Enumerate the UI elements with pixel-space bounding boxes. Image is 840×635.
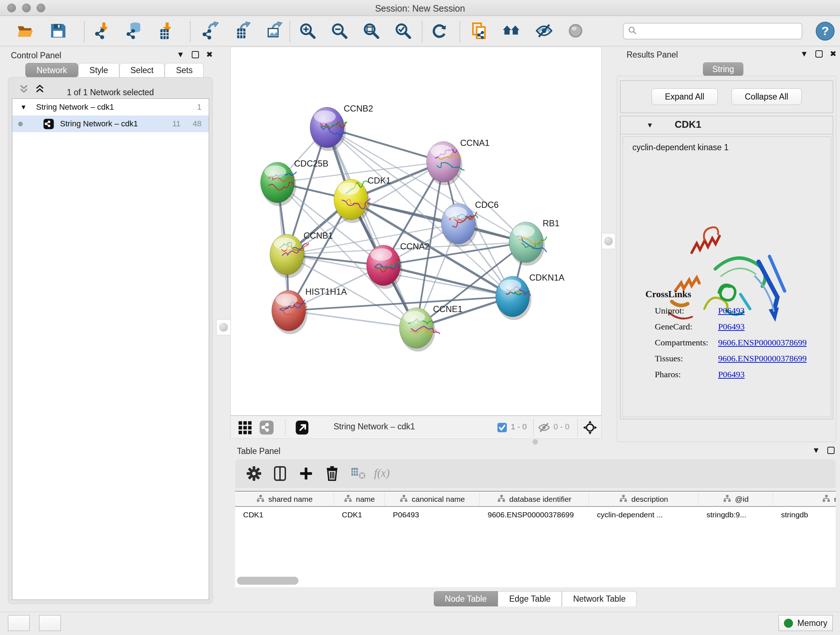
results-panel-float-icon[interactable]: ▼ xyxy=(800,50,808,58)
network-node-CCNA1[interactable]: CCNA1 xyxy=(426,138,489,185)
toolbar-separator xyxy=(422,21,423,42)
hide-panel-button[interactable] xyxy=(534,21,554,42)
warnings-button[interactable] xyxy=(39,615,61,631)
results-panel-body: Expand All Collapse All ▼ CDK1 cyclin-de… xyxy=(617,76,836,442)
clone-network-button[interactable] xyxy=(470,21,490,42)
table-settings-gear-icon[interactable] xyxy=(246,466,262,481)
export-network-button[interactable] xyxy=(200,21,220,42)
control-panel-tabs: NetworkStyleSelectSets xyxy=(25,63,204,78)
column-type-icon xyxy=(822,494,831,505)
tab-edge-table[interactable]: Edge Table xyxy=(498,591,562,606)
status-bar: Memory xyxy=(0,612,840,635)
export-table-button[interactable] xyxy=(232,21,252,42)
table-cell[interactable]: CDK1 xyxy=(235,508,334,519)
zoom-out-button[interactable] xyxy=(329,21,349,42)
crosslink-link[interactable]: P06493 xyxy=(718,306,745,316)
search-input[interactable] xyxy=(638,24,802,38)
import-network-database-button[interactable] xyxy=(125,21,145,42)
network-node-CCNB1[interactable]: CCNB1 xyxy=(270,231,333,278)
tab-sets[interactable]: Sets xyxy=(164,63,204,78)
help-button[interactable]: ? xyxy=(815,21,835,41)
network-node-CDC6[interactable]: CDC6 xyxy=(441,200,499,247)
detach-view-icon[interactable] xyxy=(294,420,309,435)
tab-style[interactable]: Style xyxy=(78,63,119,78)
network-canvas[interactable]: CCNB2CCNA1CDC25BCDK1CDC6RB1CCNB1CCNA2CDK… xyxy=(231,47,602,416)
table-panel-float-icon[interactable]: ▼ xyxy=(812,447,820,454)
network-row[interactable]: String Network – cdk1 11 48 xyxy=(12,116,209,132)
selected-checkbox-icon[interactable] xyxy=(497,423,507,432)
zoom-in-button[interactable] xyxy=(297,21,317,42)
tab-network[interactable]: Network xyxy=(25,63,78,78)
table-horizontal-scrollbar[interactable] xyxy=(237,577,298,585)
tab-network-table[interactable]: Network Table xyxy=(562,591,637,606)
column-header-namespace[interactable]: namespace xyxy=(773,492,836,506)
memory-button[interactable]: Memory xyxy=(778,615,833,631)
control-panel-close-icon[interactable]: ✖ xyxy=(206,51,213,59)
table-cell[interactable]: stringdb xyxy=(773,508,836,519)
results-panel-close-icon[interactable]: ✖ xyxy=(830,50,836,58)
right-splitter-handle[interactable] xyxy=(602,233,615,249)
open-session-button[interactable] xyxy=(15,21,35,42)
column-header-name[interactable]: name xyxy=(334,492,385,506)
birdseye-disabled-button[interactable] xyxy=(565,21,586,42)
network-collection-row[interactable]: ▼ String Network – cdk1 1 xyxy=(12,99,209,116)
horizontal-splitter-handle[interactable] xyxy=(532,439,538,445)
cloud-status-button[interactable] xyxy=(8,615,30,631)
network-node-CDKN1A[interactable]: CDKN1A xyxy=(496,272,564,320)
export-image-button[interactable] xyxy=(264,21,284,42)
clone-network-icon xyxy=(471,22,489,41)
table-cell[interactable]: P06493 xyxy=(385,508,480,519)
network-edge-CCNB2-CCNE1[interactable] xyxy=(327,127,416,328)
add-column-icon[interactable] xyxy=(298,466,314,481)
birdseye-view-icon[interactable] xyxy=(259,420,274,435)
network-edge-CCNE1-HIST1H1A[interactable] xyxy=(289,310,416,328)
network-node-HIST1H1A[interactable]: HIST1H1A xyxy=(272,287,347,334)
network-node-CDK1[interactable]: CDK1 xyxy=(334,176,391,223)
collapse-all-button[interactable]: Collapse All xyxy=(731,88,802,105)
show-columns-icon[interactable] xyxy=(272,466,288,481)
hidden-eye-icon[interactable] xyxy=(538,421,551,434)
collection-expand-caret[interactable]: ▼ xyxy=(20,103,27,111)
gene-section-header[interactable]: ▼ CDK1 xyxy=(621,116,833,134)
save-session-button[interactable] xyxy=(48,21,68,42)
crosslink-link[interactable]: 9606.ENSP00000378699 xyxy=(718,338,807,348)
column-header-description[interactable]: description xyxy=(589,492,699,506)
network-node-CCNB2[interactable]: CCNB2 xyxy=(310,103,373,151)
show-panels-home-button[interactable] xyxy=(501,21,521,42)
grid-view-icon[interactable] xyxy=(237,420,253,435)
crosslink-link[interactable]: P06493 xyxy=(718,322,745,332)
import-network-button[interactable] xyxy=(93,21,113,42)
delete-column-trash-icon[interactable] xyxy=(324,466,340,481)
tab-select[interactable]: Select xyxy=(119,63,165,78)
refresh-layout-button[interactable] xyxy=(429,21,450,42)
tab-string[interactable]: String xyxy=(703,62,744,76)
search-box[interactable] xyxy=(623,23,802,40)
column-header-@id[interactable]: @id xyxy=(699,492,773,506)
table-panel-maximize-icon[interactable] xyxy=(827,447,835,454)
node-table[interactable]: shared namenamecanonical namedatabase id… xyxy=(235,491,836,587)
gene-collapse-caret[interactable]: ▼ xyxy=(646,121,653,129)
control-panel-maximize-icon[interactable] xyxy=(192,51,199,58)
results-panel-maximize-icon[interactable] xyxy=(815,50,823,57)
table-cell[interactable]: 9606.ENSP00000378699 xyxy=(480,508,589,519)
network-node-RB1[interactable]: RB1 xyxy=(509,218,560,266)
column-header-canonical-name[interactable]: canonical name xyxy=(385,492,480,506)
zoom-fit-button[interactable] xyxy=(361,21,381,42)
column-header-database-identifier[interactable]: database identifier xyxy=(480,492,589,506)
network-node-CCNE1[interactable]: CCNE1 xyxy=(399,304,462,352)
fit-selected-crosshair-icon[interactable] xyxy=(583,420,598,435)
table-cell[interactable]: cyclin-dependent ... xyxy=(589,508,699,519)
zoom-selected-button[interactable] xyxy=(393,21,413,42)
crosslink-link[interactable]: P06493 xyxy=(718,370,745,379)
import-table-button[interactable] xyxy=(156,21,177,42)
left-splitter-handle[interactable] xyxy=(216,319,231,335)
expand-all-button[interactable]: Expand All xyxy=(652,88,718,105)
crosslink-link[interactable]: 9606.ENSP00000378699 xyxy=(718,354,807,363)
network-node-CDC25B[interactable]: CDC25B xyxy=(261,158,328,206)
results-panel: Results Panel ▼ ✖ String Expand All Coll… xyxy=(615,48,837,444)
table-cell[interactable]: stringdb:9... xyxy=(699,508,773,519)
control-panel-float-icon[interactable]: ▼ xyxy=(177,51,185,59)
table-cell[interactable]: CDK1 xyxy=(334,508,385,519)
tab-node-table[interactable]: Node Table xyxy=(434,591,498,606)
column-header-shared-name[interactable]: shared name xyxy=(235,492,334,506)
